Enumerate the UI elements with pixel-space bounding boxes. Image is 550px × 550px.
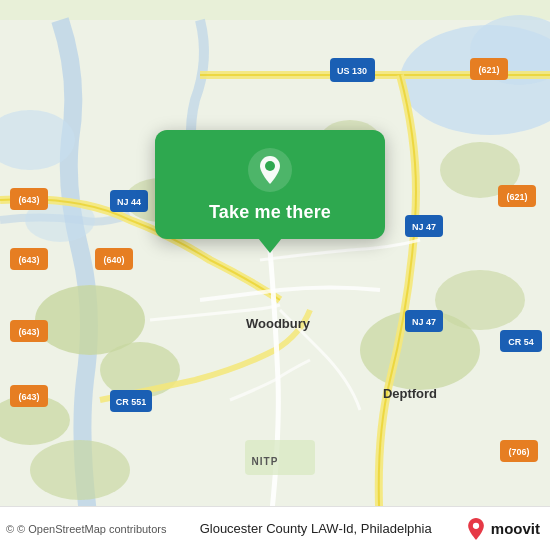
bottom-bar: © © OpenStreetMap contributors Glouceste… <box>0 506 550 550</box>
take-me-there-button[interactable]: Take me there <box>209 202 331 223</box>
moovit-logo: moovit <box>465 518 540 540</box>
svg-text:CR 551: CR 551 <box>116 397 147 407</box>
svg-text:NJ 44: NJ 44 <box>117 197 141 207</box>
moovit-pin-icon <box>465 518 487 540</box>
location-title: Gloucester County LAW-Id, Philadelphia <box>200 521 432 536</box>
svg-text:NITP: NITP <box>252 456 279 467</box>
svg-text:(621): (621) <box>478 65 499 75</box>
svg-text:Woodbury: Woodbury <box>246 316 311 331</box>
map-background: US 130 NJ 44 NJ 47 NJ 47 CR 551 CR 54 (6… <box>0 0 550 550</box>
svg-text:(643): (643) <box>18 327 39 337</box>
svg-text:US 130: US 130 <box>337 66 367 76</box>
svg-text:NJ 47: NJ 47 <box>412 222 436 232</box>
svg-point-50 <box>473 522 479 528</box>
svg-point-10 <box>30 440 130 500</box>
svg-text:(640): (640) <box>103 255 124 265</box>
svg-text:NJ 47: NJ 47 <box>412 317 436 327</box>
svg-text:Deptford: Deptford <box>383 386 437 401</box>
popup-card: Take me there <box>155 130 385 239</box>
svg-point-8 <box>435 270 525 330</box>
svg-text:(621): (621) <box>506 192 527 202</box>
copyright-icon: © <box>6 523 14 535</box>
osm-credit: © © OpenStreetMap contributors <box>6 523 166 535</box>
svg-text:(706): (706) <box>508 447 529 457</box>
svg-point-49 <box>265 161 275 171</box>
svg-text:(643): (643) <box>18 255 39 265</box>
svg-text:(643): (643) <box>18 195 39 205</box>
osm-credit-text: © OpenStreetMap contributors <box>17 523 166 535</box>
svg-text:(643): (643) <box>18 392 39 402</box>
moovit-text: moovit <box>491 520 540 537</box>
location-pin-icon <box>248 148 292 192</box>
svg-text:CR 54: CR 54 <box>508 337 534 347</box>
map-container: US 130 NJ 44 NJ 47 NJ 47 CR 551 CR 54 (6… <box>0 0 550 550</box>
